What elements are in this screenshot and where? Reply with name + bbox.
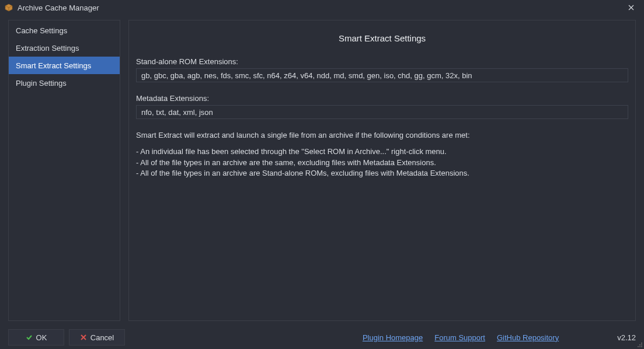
plugin-homepage-link[interactable]: Plugin Homepage	[363, 333, 423, 342]
close-icon	[628, 5, 634, 11]
svg-point-5	[641, 346, 642, 347]
metadata-extensions-block: Metadata Extensions:	[136, 94, 628, 119]
resize-grip[interactable]	[636, 341, 643, 348]
rom-extensions-label: Stand-alone ROM Extensions:	[136, 57, 628, 66]
cancel-icon	[80, 334, 87, 341]
svg-point-2	[641, 344, 642, 345]
sidebar-item-cache-settings[interactable]: Cache Settings	[9, 22, 120, 39]
svg-point-4	[639, 346, 640, 347]
rom-extensions-block: Stand-alone ROM Extensions:	[136, 57, 628, 82]
cancel-button[interactable]: Cancel	[69, 329, 125, 345]
rom-extensions-input[interactable]	[136, 68, 628, 82]
app-icon	[4, 3, 13, 12]
page-title: Smart Extract Settings	[136, 20, 628, 57]
description-text: Smart Extract will extract and launch a …	[136, 131, 628, 179]
sidebar-item-extraction-settings[interactable]: Extraction Settings	[9, 39, 120, 57]
cancel-button-label: Cancel	[90, 333, 114, 342]
footer: OK Cancel Plugin Homepage Forum Support …	[0, 326, 644, 349]
check-icon	[26, 334, 33, 341]
description-bullet-2: - All of the file types in an archive ar…	[136, 158, 628, 167]
sidebar: Cache Settings Extraction Settings Smart…	[8, 20, 120, 321]
description-bullet-3: - All of the file types in an archive ar…	[136, 169, 628, 178]
forum-support-link[interactable]: Forum Support	[434, 333, 485, 342]
metadata-extensions-input[interactable]	[136, 105, 628, 119]
footer-links: Plugin Homepage Forum Support GitHub Rep…	[363, 333, 636, 342]
main-area: Cache Settings Extraction Settings Smart…	[8, 15, 636, 321]
svg-point-1	[639, 344, 640, 345]
ok-button-label: OK	[36, 333, 47, 342]
version-label: v2.12	[617, 333, 636, 342]
metadata-extensions-label: Metadata Extensions:	[136, 94, 628, 103]
content-panel: Smart Extract Settings Stand-alone ROM E…	[128, 20, 636, 321]
description-intro: Smart Extract will extract and launch a …	[136, 131, 628, 140]
titlebar: Archive Cache Manager	[0, 0, 644, 15]
sidebar-item-label: Smart Extract Settings	[16, 61, 91, 70]
ok-button[interactable]: OK	[8, 329, 64, 345]
github-repository-link[interactable]: GitHub Repository	[497, 333, 559, 342]
sidebar-item-smart-extract-settings[interactable]: Smart Extract Settings	[9, 57, 120, 74]
window-close-button[interactable]	[618, 0, 644, 15]
description-bullet-1: - An individual file has been selected t…	[136, 147, 628, 156]
sidebar-item-label: Extraction Settings	[16, 44, 79, 53]
sidebar-item-label: Cache Settings	[16, 26, 67, 35]
sidebar-item-label: Plugin Settings	[16, 79, 67, 88]
svg-point-0	[641, 343, 642, 344]
window-title: Archive Cache Manager	[18, 4, 99, 12]
svg-point-3	[638, 346, 639, 347]
sidebar-item-plugin-settings[interactable]: Plugin Settings	[9, 74, 120, 92]
